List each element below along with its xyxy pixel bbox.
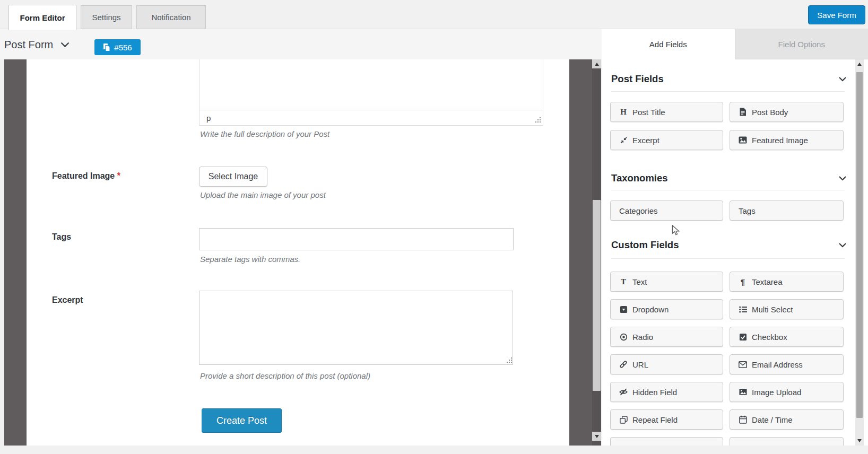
field-button-textarea[interactable]: ¶ Textarea [730,272,844,292]
clone-icon [619,416,628,424]
list-icon [739,306,747,313]
excerpt-label: Excerpt [52,295,83,305]
section-divider [611,190,845,190]
scroll-down-icon[interactable] [855,436,864,445]
form-id-label: #556 [114,43,132,52]
canvas-scrollbar-thumb[interactable] [593,200,601,391]
text-icon: T [619,277,628,286]
field-button-categories[interactable]: Categories [610,200,723,221]
section-title-post-fields: Post Fields [611,73,664,85]
image-icon [739,136,747,144]
tags-help-text: Separate tags with commas. [200,255,300,264]
field-button-post-title[interactable]: H Post Title [610,102,723,122]
excerpt-textarea[interactable] [199,291,513,365]
field-button-radio[interactable]: Radio [610,327,723,347]
field-button-email-address[interactable]: Email Address [730,354,844,374]
scroll-up-icon[interactable] [592,59,601,68]
file-text-icon [739,108,747,116]
chevron-down-icon[interactable] [839,77,846,82]
chevron-down-icon [60,42,70,48]
add-fields-panel: Post Fields H Post Title Post Body Excer… [602,59,868,446]
form-title-dropdown[interactable]: Post Form [4,37,70,53]
save-form-button[interactable]: Save Form [808,5,865,24]
panel-tab-add-fields[interactable]: Add Fields [602,29,735,59]
field-button-excerpt[interactable]: Excerpt [610,130,723,150]
envelope-icon [739,361,747,368]
field-button-checkbox[interactable]: Checkbox [730,327,844,347]
top-toolbar: Form Editor Settings Notification Save F… [0,0,868,29]
featured-image-label: Featured Image * [52,171,120,181]
field-button-text[interactable]: T Text [610,272,723,292]
tab-notification[interactable]: Notification [136,5,206,29]
heading-icon: H [619,108,628,117]
editor-resize-grip-icon[interactable] [534,117,541,124]
mouse-cursor-icon [672,225,681,237]
field-button-dropdown[interactable]: Dropdown [610,299,723,319]
field-button-url[interactable]: URL [610,354,723,374]
form-id-badge[interactable]: #556 [94,39,141,55]
panel-scrollbar-thumb[interactable] [856,72,863,418]
section-divider [611,258,845,259]
tab-form-editor[interactable]: Form Editor [8,5,76,30]
field-button-date-time[interactable]: Date / Time [730,409,844,430]
panel-scrollbar[interactable] [855,59,864,446]
chevron-down-icon[interactable] [839,243,846,248]
post-body-editor-area[interactable] [199,59,543,110]
check-square-icon [739,333,747,341]
excerpt-resize-grip-icon[interactable] [506,357,513,364]
panel-tab-field-options[interactable]: Field Options [735,29,868,59]
section-title-taxonomies: Taxonomies [611,172,668,184]
calendar-icon [739,415,747,424]
chevron-down-icon[interactable] [839,176,846,181]
compress-icon [619,136,628,144]
tags-label: Tags [52,232,71,242]
field-button-featured-image[interactable]: Featured Image [730,130,844,150]
image-upload-icon [739,388,747,396]
field-button-post-body[interactable]: Post Body [730,102,844,122]
section-divider [611,91,845,92]
field-button-hidden-field[interactable]: Hidden Field [610,382,723,402]
link-icon [619,360,628,369]
caret-square-down-icon [619,305,628,313]
paragraph-icon: ¶ [739,277,747,286]
scroll-up-icon[interactable] [855,59,864,68]
form-title: Post Form [4,39,53,51]
canvas-scrollbar[interactable] [592,59,601,446]
dot-circle-icon [619,333,628,341]
section-title-custom-fields: Custom Fields [611,239,679,251]
tab-settings[interactable]: Settings [81,5,132,29]
field-button-partial[interactable] [610,437,723,446]
eye-slash-icon [619,388,628,396]
field-button-repeat-field[interactable]: Repeat Field [610,409,723,430]
form-preview-canvas: p Write the full description of your Pos… [27,59,569,446]
field-button-tags[interactable]: Tags [730,200,844,221]
field-button-multi-select[interactable]: Multi Select [730,299,844,319]
scroll-down-icon[interactable] [592,432,601,441]
editor-statusbar: p [199,110,543,126]
required-mark: * [117,171,120,180]
field-button-partial[interactable] [730,437,844,446]
tags-input[interactable] [199,228,514,250]
copy-icon [103,43,111,52]
form-header-bar: Post Form #556 Add Fields Field Options [0,29,868,59]
editor-element-path: p [206,114,211,123]
create-post-button[interactable]: Create Post [202,408,282,433]
select-image-button[interactable]: Select Image [199,167,267,187]
excerpt-help-text: Provide a short description of this post… [200,371,370,380]
featured-image-help-text: Upload the main image of your post [200,190,326,199]
post-body-help-text: Write the full description of your Post [200,129,329,138]
image-upload-icon[interactable]: Image Upload [730,382,844,402]
